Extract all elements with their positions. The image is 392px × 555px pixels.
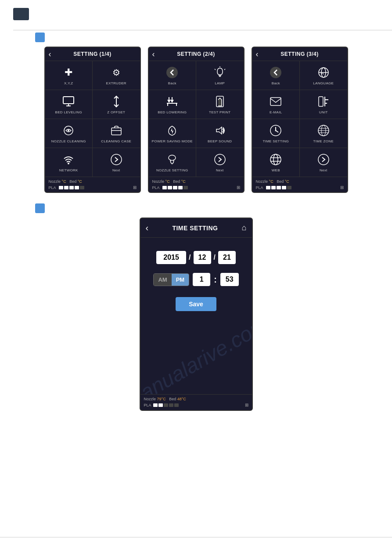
time-bed-label: Bed <box>169 397 176 401</box>
beep-sound-icon <box>213 123 227 138</box>
screen3-next-cell[interactable]: Next <box>300 148 347 177</box>
screen3-bed-label: Bed <box>277 179 284 184</box>
screen2-testprint-cell[interactable]: TEST PRINT <box>196 90 244 119</box>
crosshair-icon: ✚ <box>61 65 76 80</box>
screen1-header: ‹ SETTING (1/4) <box>45 47 140 61</box>
screen2-beep-cell[interactable]: BEEP SOUND <box>196 119 244 148</box>
time-screen-footer: Nozzle 79°C Bed 48°C PLA ⊞ <box>140 394 252 410</box>
back3-icon <box>269 65 283 80</box>
screen2-material: PLA <box>152 185 160 190</box>
screen3-unit-cell[interactable]: UNIT <box>300 90 347 119</box>
screen2-bedlowering-cell[interactable]: BED LOWERING <box>149 90 196 119</box>
nozzle-cleaning-icon <box>61 123 76 138</box>
screen3-unit-label: UNIT <box>319 110 328 114</box>
screen2-footer-temps: Nozzle °C Bed °C <box>152 179 240 184</box>
screen1-bedleveling-cell[interactable]: BED LEVELING <box>45 90 93 119</box>
screen3-web-label: WEB <box>272 168 280 172</box>
screen1-extruder-cell[interactable]: ⚙ EXTRUDER <box>93 61 140 90</box>
screen1-network-status-icon: ⊞ <box>133 185 137 190</box>
screen2-powersaving-cell[interactable]: POWER SAVING MODE <box>149 119 196 148</box>
day-field[interactable]: 21 <box>218 251 236 264</box>
date-row: 2015 / 12 / 21 <box>149 251 243 264</box>
time-footer-temps: Nozzle 79°C Bed 48°C <box>144 397 248 401</box>
screen1-nozzlecleaning-cell[interactable]: NOZZLE CLEANING <box>45 119 93 148</box>
screen3-back-cell[interactable]: Back <box>252 61 300 90</box>
screen2-lamp-cell[interactable]: LAMP <box>196 61 244 90</box>
section1-indicator <box>35 33 45 42</box>
svg-text:A: A <box>321 71 324 76</box>
screen2-back-button[interactable]: ‹ <box>152 50 155 59</box>
battery-seg-5 <box>287 186 291 189</box>
screen3-header: ‹ SETTING (3/4) <box>252 47 347 61</box>
time-material: PLA <box>144 403 151 407</box>
battery-seg-3 <box>69 186 74 189</box>
date-sep-2: / <box>214 254 216 261</box>
time-screen-back-button[interactable]: ‹ <box>146 223 149 233</box>
battery-seg-2 <box>271 186 276 189</box>
screen2-back-label: Back <box>168 81 176 85</box>
screen1-zoffset-cell[interactable]: Z OFFSET <box>93 90 140 119</box>
screen3-email-cell[interactable]: E-MAIL <box>252 90 300 119</box>
time-nozzle-val: 79°C <box>157 397 166 401</box>
screen1-cleaningcase-cell[interactable]: CLEANING CASE <box>93 119 140 148</box>
screen3-language-cell[interactable]: A LANGUAGE <box>300 61 347 90</box>
time-bed-val: 48°C <box>177 397 186 401</box>
home-icon[interactable]: ⌂ <box>242 223 247 232</box>
unit-icon <box>316 94 331 109</box>
time-screen-wrapper: ‹ TIME SETTING ⌂ 2015 / 12 / 21 AM PM 1 … <box>13 218 379 411</box>
screen1-back-button[interactable]: ‹ <box>49 50 51 59</box>
screen1-network-cell[interactable]: NETWORK <box>45 148 93 177</box>
email-icon <box>269 94 283 109</box>
screen3-email-label: E-MAIL <box>270 110 282 114</box>
battery-seg-1 <box>162 186 167 189</box>
next2-icon <box>213 152 227 167</box>
month-field[interactable]: 12 <box>194 251 211 264</box>
save-button[interactable]: Save <box>176 297 216 311</box>
bed-lowering-icon <box>165 94 179 109</box>
time-screen-title: TIME SETTING <box>172 225 218 232</box>
svg-point-25 <box>270 67 281 78</box>
screen3-timesetting-cell[interactable]: TIME SETTING <box>252 119 300 148</box>
battery-seg-1 <box>59 186 63 189</box>
hour-field[interactable]: 1 <box>193 273 210 286</box>
lamp-icon <box>213 65 227 80</box>
screens-row: ‹ SETTING (1/4) ✚ X,Y,Z ⚙ EXTRUDER <box>13 47 379 193</box>
date-sep-1: / <box>189 254 191 261</box>
screen2-beep-label: BEEP SOUND <box>208 139 232 143</box>
battery-seg-3 <box>277 186 281 189</box>
screen1-title: SETTING (1/4) <box>73 51 111 57</box>
svg-line-15 <box>224 69 225 70</box>
screen1-icon-grid: ✚ X,Y,Z ⚙ EXTRUDER BED LEVELING <box>45 61 140 177</box>
screen3-timesetting-label: TIME SETTING <box>263 139 289 143</box>
svg-point-38 <box>275 130 277 131</box>
time-battery-seg-4 <box>169 403 173 407</box>
next1-icon <box>109 152 123 167</box>
battery-seg-2 <box>168 186 172 189</box>
minute-field[interactable]: 53 <box>220 273 239 286</box>
screen3-back-label: Back <box>272 81 280 85</box>
pm-button[interactable]: PM <box>172 274 189 286</box>
screen1-material: PLA <box>49 185 56 190</box>
screen2-nozzle-label: Nozzle <box>152 179 165 184</box>
am-button[interactable]: AM <box>154 274 171 286</box>
screen2-back-cell[interactable]: Back <box>149 61 196 90</box>
screen2-next-label: Next <box>216 168 224 172</box>
svg-marker-22 <box>216 127 222 134</box>
ampm-toggle: AM PM <box>153 273 189 286</box>
screen3-timezone-cell[interactable]: TIME ZONE <box>300 119 347 148</box>
screen3-web-cell[interactable]: WEB <box>252 148 300 177</box>
screen2-testprint-label: TEST PRINT <box>209 110 231 114</box>
time-battery-seg-3 <box>164 403 168 407</box>
screen3-back-button[interactable]: ‹ <box>256 50 259 59</box>
screen1-next-cell[interactable]: Next <box>93 148 140 177</box>
year-field[interactable]: 2015 <box>156 251 186 264</box>
battery-seg-4 <box>282 186 286 189</box>
screen1-xyz-cell[interactable]: ✚ X,Y,Z <box>45 61 93 90</box>
screen3-network-status-icon: ⊞ <box>340 185 344 190</box>
screen1-extruder-label: EXTRUDER <box>106 81 126 85</box>
screen2-nozzlesetting-cell[interactable]: NOZZLE SETTING <box>149 148 196 177</box>
screen2-next-cell[interactable]: Next <box>196 148 244 177</box>
test-print-icon <box>213 94 227 109</box>
screen1-nozzle-label: Nozzle <box>49 179 61 184</box>
clock-icon <box>269 123 283 138</box>
